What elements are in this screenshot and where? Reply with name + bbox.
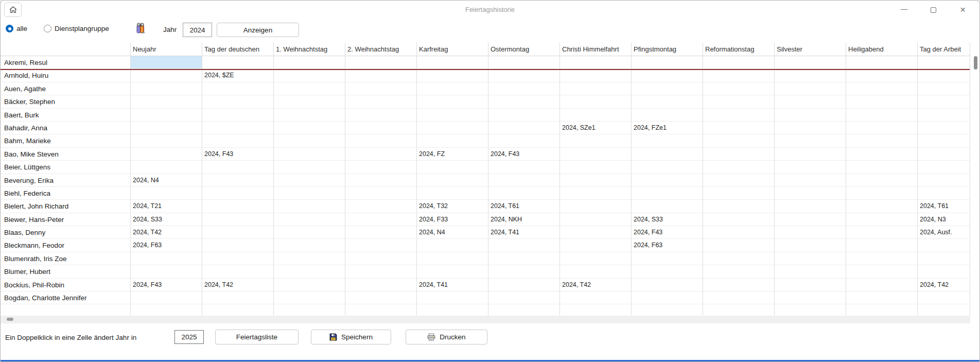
holiday-cell[interactable] [274, 252, 345, 265]
holiday-cell[interactable] [202, 252, 274, 265]
holiday-cell[interactable] [846, 174, 918, 186]
employee-name-cell[interactable]: Bao, Mike Steven [1, 148, 131, 160]
anzeigen-button[interactable]: Anzeigen [217, 23, 299, 37]
holiday-cell[interactable] [632, 56, 703, 68]
holiday-cell[interactable] [274, 213, 345, 226]
holiday-cell[interactable] [703, 122, 775, 134]
employee-name-cell[interactable]: Bahadir, Anna [1, 122, 131, 134]
employee-name-cell[interactable]: Biehl, Federica [1, 187, 131, 199]
holiday-cell[interactable] [918, 109, 970, 121]
holiday-cell[interactable] [202, 187, 274, 199]
holiday-cell[interactable] [274, 122, 345, 134]
maximize-button[interactable] [919, 1, 948, 19]
holiday-cell[interactable] [488, 252, 560, 265]
speichern-button[interactable]: Speichern [311, 330, 391, 344]
holiday-cell[interactable] [202, 82, 274, 95]
employee-name-cell[interactable]: Bäcker, Stephen [1, 95, 131, 108]
holiday-cell[interactable] [345, 187, 417, 199]
holiday-cell[interactable] [131, 265, 202, 278]
holiday-cell[interactable] [918, 161, 970, 173]
holiday-cell[interactable]: 2024, N3 [918, 213, 970, 226]
holiday-cell[interactable]: 2024, Ausf. [918, 226, 970, 238]
holiday-cell[interactable]: 2024, S33 [632, 213, 703, 226]
holiday-cell[interactable] [632, 109, 703, 121]
holiday-cell[interactable] [345, 239, 417, 251]
holiday-cell[interactable] [918, 82, 970, 95]
holiday-cell[interactable] [345, 279, 417, 291]
holiday-cell[interactable]: 2024, N4 [417, 226, 488, 238]
holiday-cell[interactable] [560, 239, 632, 251]
holiday-cell[interactable] [560, 134, 632, 147]
employee-name-cell[interactable]: Blumenrath, Iris Zoe [1, 252, 131, 265]
holiday-cell[interactable] [560, 213, 632, 226]
holiday-cell[interactable]: 2024, F43 [632, 226, 703, 238]
holiday-cell[interactable] [202, 122, 274, 134]
holiday-cell[interactable] [488, 56, 560, 68]
holiday-cell[interactable] [775, 174, 846, 186]
holiday-cell[interactable] [488, 265, 560, 278]
holiday-cell[interactable] [560, 187, 632, 199]
holiday-cell[interactable] [846, 226, 918, 238]
holiday-cell[interactable] [274, 265, 345, 278]
home-button[interactable] [4, 3, 22, 17]
holiday-cell[interactable]: 2024, F63 [131, 239, 202, 251]
holiday-cell[interactable]: 2024, T42 [918, 279, 970, 291]
holiday-cell[interactable] [131, 109, 202, 121]
holiday-cell[interactable] [131, 161, 202, 173]
holiday-cell[interactable] [345, 252, 417, 265]
holiday-cell[interactable] [632, 187, 703, 199]
holiday-cell[interactable] [775, 213, 846, 226]
holiday-cell[interactable] [846, 200, 918, 212]
holiday-cell[interactable]: 2024, T21 [131, 200, 202, 212]
holiday-cell[interactable]: 2024, F43 [488, 148, 560, 160]
holiday-cell[interactable] [703, 82, 775, 95]
holiday-cell[interactable] [417, 161, 488, 173]
holiday-cell[interactable] [775, 95, 846, 108]
holiday-cell[interactable]: 2024, FZ [417, 148, 488, 160]
holiday-cell[interactable] [846, 148, 918, 160]
employee-name-cell[interactable]: Beier, Lüttgens [1, 161, 131, 173]
holiday-cell[interactable] [417, 82, 488, 95]
holiday-cell[interactable] [775, 134, 846, 147]
holiday-cell[interactable] [202, 161, 274, 173]
holiday-cell[interactable] [703, 56, 775, 68]
employee-name-cell[interactable]: Akremi, Resul [1, 56, 131, 68]
employee-name-cell[interactable]: Arnhold, Huiru [1, 69, 131, 81]
holiday-cell[interactable] [345, 291, 417, 304]
holiday-cell[interactable] [775, 148, 846, 160]
holiday-cell[interactable] [632, 69, 703, 81]
holiday-cell[interactable] [703, 226, 775, 238]
holiday-cell[interactable] [202, 109, 274, 121]
holiday-cell[interactable] [918, 187, 970, 199]
holiday-cell[interactable] [417, 187, 488, 199]
holiday-cell[interactable] [488, 239, 560, 251]
holiday-cell[interactable]: 2024, T32 [417, 200, 488, 212]
holiday-cell[interactable] [488, 82, 560, 95]
holiday-cell[interactable]: 2024, F33 [417, 213, 488, 226]
holiday-cell[interactable] [703, 174, 775, 186]
holiday-cell[interactable] [345, 200, 417, 212]
employee-name-cell[interactable]: Bogdan, Charlotte Jennifer [1, 291, 131, 304]
holiday-cell[interactable] [775, 187, 846, 199]
holiday-cell[interactable] [274, 134, 345, 147]
holiday-cell[interactable] [560, 109, 632, 121]
holiday-cell[interactable] [131, 95, 202, 108]
holiday-cell[interactable] [775, 161, 846, 173]
holiday-cell[interactable] [703, 69, 775, 81]
holiday-cell[interactable] [417, 239, 488, 251]
holiday-cell[interactable] [846, 161, 918, 173]
holiday-cell[interactable] [918, 265, 970, 278]
holiday-cell[interactable] [846, 239, 918, 251]
holiday-cell[interactable] [846, 252, 918, 265]
holiday-cell[interactable] [417, 109, 488, 121]
radio-all[interactable]: alle [6, 25, 27, 32]
employee-name-cell[interactable]: Baert, Burk [1, 109, 131, 121]
holiday-cell[interactable] [131, 252, 202, 265]
holiday-cell[interactable] [703, 265, 775, 278]
holiday-cell[interactable] [417, 174, 488, 186]
holiday-cell[interactable] [417, 265, 488, 278]
holiday-cell[interactable] [846, 279, 918, 291]
employee-name-cell[interactable]: Blumer, Hubert [1, 265, 131, 278]
holiday-cell[interactable] [775, 122, 846, 134]
holiday-cell[interactable] [775, 56, 846, 68]
